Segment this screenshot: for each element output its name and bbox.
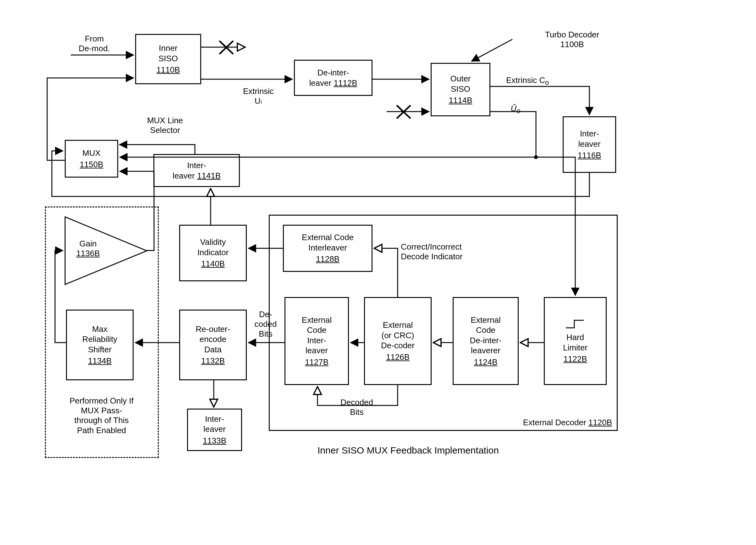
mux-block: MUX 1150B [65, 140, 118, 178]
inner-siso-block: Inner SISO 1110B [135, 34, 201, 84]
interleaver-1133b-block: Inter- leaver 1133B [187, 409, 242, 451]
mux-line-selector-label: MUX Line Selector [134, 116, 196, 135]
inner-siso-ref: 1110B [156, 65, 180, 75]
ext-crc-decoder-block: External (or CRC) De-coder 1126B [364, 297, 432, 385]
deinterleaver-1112b-block: De-inter- leaver 1112B [294, 60, 372, 96]
hard-limiter-block: Hard Limiter 1122B [544, 297, 607, 385]
turbo-decoder-label: Turbo Decoder 1100B [525, 30, 619, 49]
svg-point-11 [534, 155, 538, 159]
u-hat-label: Ûo [503, 104, 528, 115]
interleaver-1141b-block: Inter- leaver 1141B [153, 154, 240, 187]
decoded-bits-label: Decoded Bits [328, 398, 385, 417]
footer-label: Inner SISO MUX Feedback Implementation [317, 445, 600, 456]
validity-indicator-block: Validity Indicator 1140B [179, 225, 247, 281]
correct-incorrect-label: Correct/Incorrect Decode Indicator [401, 242, 505, 261]
svg-line-4 [219, 41, 233, 54]
re-outer-encode-data-block: Re-outer- encode Data 1132B [179, 310, 247, 380]
ext-code-interleaver-1128b-block: External Code Interleaver 1128B [283, 225, 372, 272]
interleaver-1116b-block: Inter- leaver 1116B [563, 116, 616, 173]
diagram-canvas: From De-mod. Turbo Decoder 1100B Inner S… [0, 0, 756, 545]
svg-line-10 [397, 105, 411, 118]
ext-code-deinterleaverer-block: External Code De-inter- leaverer 1124B [453, 297, 519, 385]
inner-siso-title: Inner SISO [158, 43, 178, 63]
svg-line-5 [219, 41, 233, 54]
dashed-caption-label: Performed Only If MUX Pass- through of T… [51, 396, 152, 435]
ext-code-interleaver-1127b-block: External Code Inter- leaver 1127B [284, 297, 349, 385]
outer-siso-block: Outer SISO 1114B [431, 63, 490, 116]
svg-line-9 [397, 105, 411, 118]
from-demod-label: From De-mod. [71, 34, 118, 53]
extrinsic-u-label: Extrinsic Uᵢ [233, 86, 284, 106]
extrinsic-co-label: Extrinsic Co [506, 75, 588, 87]
svg-line-2 [472, 39, 512, 61]
decoded-bits-vertical-label: De- coded Bits [250, 310, 281, 339]
